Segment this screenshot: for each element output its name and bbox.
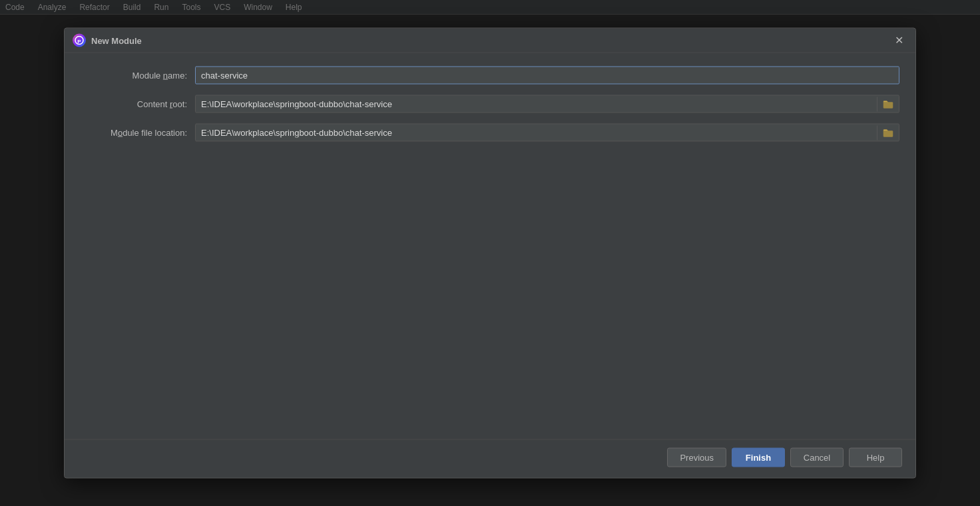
module-file-label: Module file location: xyxy=(81,128,187,138)
new-module-dialog: P New Module ✕ Module name: Content root… xyxy=(64,28,916,479)
finish-button[interactable]: Finish xyxy=(732,448,785,467)
svg-text:P: P xyxy=(77,39,81,45)
module-file-row: Module file location: xyxy=(81,124,899,142)
svg-rect-3 xyxy=(883,130,893,136)
module-file-input[interactable] xyxy=(196,125,877,141)
content-root-row: Content root: xyxy=(81,95,899,113)
dialog-footer: Previous Finish Cancel Help xyxy=(65,439,915,478)
content-root-label: Content root: xyxy=(81,99,187,109)
dialog-body: Module name: Content root: xyxy=(65,53,915,439)
help-button[interactable]: Help xyxy=(849,448,902,467)
svg-rect-2 xyxy=(883,102,893,108)
content-root-input[interactable] xyxy=(196,96,877,113)
dialog-title-left: P New Module xyxy=(73,34,142,47)
intellij-icon: P xyxy=(73,34,86,47)
module-file-input-wrapper xyxy=(195,124,899,142)
module-name-row: Module name: xyxy=(81,67,899,85)
dialog-titlebar: P New Module ✕ xyxy=(65,29,915,53)
module-file-folder-button[interactable] xyxy=(877,125,899,140)
dialog-title: New Module xyxy=(91,35,142,45)
content-root-folder-button[interactable] xyxy=(877,97,899,111)
module-name-input-wrapper xyxy=(195,67,899,85)
previous-button[interactable]: Previous xyxy=(667,448,726,467)
module-name-label: Module name: xyxy=(81,71,187,81)
content-root-input-wrapper xyxy=(195,95,899,113)
cancel-button[interactable]: Cancel xyxy=(790,448,844,467)
module-name-input[interactable] xyxy=(196,67,899,84)
close-button[interactable]: ✕ xyxy=(891,34,907,47)
